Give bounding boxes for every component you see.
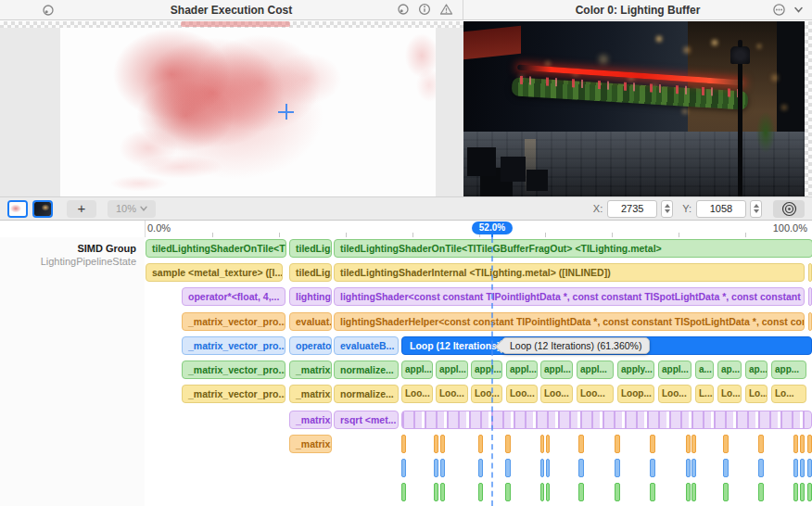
flame-fragment[interactable] (505, 435, 511, 453)
flame-fragment[interactable] (440, 483, 445, 501)
lighting-buffer-viewport[interactable] (463, 21, 812, 196)
flame-fragment[interactable] (546, 435, 550, 453)
flame-fragment[interactable] (723, 483, 729, 501)
flame-block[interactable]: appl... (471, 361, 502, 379)
flame-block[interactable]: apply... (617, 361, 654, 379)
flame-fragment[interactable] (401, 435, 406, 453)
x-coordinate-field[interactable] (607, 200, 657, 218)
flame-block[interactable]: sample <metal_texture> ([I... (146, 263, 283, 282)
shader-cost-viewport[interactable] (0, 21, 463, 196)
flame-fragment[interactable] (401, 483, 406, 501)
flame-block[interactable]: app... (771, 361, 806, 379)
flame-fragment[interactable] (440, 459, 445, 477)
flame-block[interactable]: operator*<float, 4,... (182, 287, 285, 306)
playhead-position-badge[interactable]: 52.0% (472, 221, 513, 234)
flame-fragment[interactable] (478, 435, 483, 453)
flame-block[interactable]: Loop... (617, 385, 654, 403)
flame-fragment[interactable] (686, 435, 691, 453)
flame-fragment[interactable] (540, 459, 544, 477)
shader-cost-heatmap-image[interactable] (60, 28, 436, 196)
flame-block[interactable]: _matrix_vector_pro... (182, 385, 285, 403)
flame-block[interactable]: Loo... (506, 385, 538, 403)
flame-block[interactable]: evaluat... (289, 312, 332, 331)
info-icon[interactable] (418, 3, 431, 16)
flame-block[interactable]: Lo... (717, 385, 742, 403)
flame-fragment[interactable] (758, 435, 764, 453)
flame-fragment[interactable] (650, 459, 655, 477)
flame-block[interactable]: _matrix_vector_pro... (182, 361, 285, 379)
flame-fragment[interactable] (807, 459, 812, 477)
flame-block[interactable]: a... (695, 361, 714, 379)
chevron-down-icon[interactable] (794, 6, 803, 13)
flame-block[interactable]: normalize... (334, 361, 399, 379)
add-texture-button[interactable]: + (67, 200, 96, 218)
flame-fragment[interactable] (650, 435, 655, 453)
flame-fragment[interactable] (650, 483, 655, 501)
flame-fragment[interactable] (691, 435, 696, 453)
thumbnail-shader-cost[interactable] (7, 200, 28, 218)
flame-block[interactable]: lighting... (289, 287, 332, 306)
flame-block[interactable]: _matrix... (289, 411, 332, 429)
flame-fragment[interactable] (434, 459, 438, 477)
flame-fragment[interactable] (578, 459, 584, 477)
pixel-target-button[interactable] (773, 200, 805, 218)
flame-block[interactable]: Lo... (745, 385, 768, 403)
flame-fragment[interactable] (434, 483, 438, 501)
flame-block[interactable]: lightingShaderHelper<const constant TIPo… (334, 312, 805, 331)
warning-icon[interactable] (439, 3, 453, 16)
flame-block[interactable]: _matrix... (289, 361, 332, 379)
flame-block[interactable]: _matrix_vector_pro... (182, 336, 285, 355)
flame-block[interactable]: ap... (745, 361, 768, 379)
flame-block[interactable]: Loo... (436, 385, 468, 403)
flame-fragment[interactable] (691, 483, 696, 501)
y-coordinate-field[interactable] (696, 200, 746, 218)
zoom-level-dropdown[interactable]: 10% (108, 200, 156, 218)
flame-fragment[interactable] (686, 459, 691, 477)
flame-block[interactable] (808, 263, 812, 282)
flame-fragment[interactable] (723, 435, 729, 453)
flame-block[interactable]: normalize... (334, 385, 399, 403)
flame-fragment[interactable] (800, 483, 805, 501)
annotate-icon[interactable] (397, 3, 410, 16)
flame-fragment[interactable] (478, 483, 483, 501)
flame-fragment[interactable] (540, 435, 544, 453)
flame-fragment[interactable] (546, 459, 550, 477)
flame-fragment-band[interactable] (401, 411, 812, 429)
flame-block[interactable]: appl... (401, 361, 433, 379)
flame-block[interactable]: operato... (289, 336, 332, 355)
flame-fragment[interactable] (578, 483, 584, 501)
flame-block[interactable]: tiledLightingShaderInternal <TILighting.… (334, 263, 805, 282)
flame-fragment[interactable] (758, 483, 764, 501)
flame-block[interactable]: Lo... (771, 385, 806, 403)
more-options-icon[interactable] (772, 3, 786, 17)
flame-block[interactable]: Loo... (658, 385, 691, 403)
flame-fragment[interactable] (615, 459, 620, 477)
flame-fragment[interactable] (478, 459, 483, 477)
flame-block[interactable]: Loo... (401, 385, 433, 403)
lighting-buffer-image[interactable] (463, 21, 805, 196)
flame-block[interactable]: Loo... (577, 385, 614, 403)
flame-fragment[interactable] (505, 459, 511, 477)
flame-fragment[interactable] (793, 483, 798, 501)
flame-block[interactable]: appl... (577, 361, 614, 379)
flame-block[interactable]: appl... (436, 361, 468, 379)
flame-fragment[interactable] (505, 483, 511, 501)
flame-block[interactable]: rsqrt <met... (334, 411, 399, 429)
flame-block[interactable]: tiledLig... (289, 263, 332, 282)
flame-block[interactable] (808, 287, 812, 306)
flame-block[interactable]: L... (695, 385, 714, 403)
flame-block[interactable]: _matrix... (289, 385, 332, 403)
flame-block[interactable]: _matrix_vector_pro... (182, 312, 285, 331)
flame-fragment[interactable] (793, 435, 798, 453)
flame-fragment[interactable] (723, 459, 729, 477)
timeline-ruler[interactable]: 0.0% 100.0% 52.0% (0, 221, 812, 237)
flame-fragment[interactable] (758, 459, 764, 477)
flame-block[interactable]: ap... (717, 361, 742, 379)
flame-fragment[interactable] (807, 435, 812, 453)
x-coordinate-stepper[interactable] (661, 200, 673, 218)
y-coordinate-stepper[interactable] (750, 200, 762, 218)
flame-block[interactable]: Loo... (540, 385, 573, 403)
flame-block[interactable]: Loo... (471, 385, 502, 403)
flame-fragment[interactable] (401, 459, 406, 477)
flame-fragment[interactable] (793, 459, 798, 477)
